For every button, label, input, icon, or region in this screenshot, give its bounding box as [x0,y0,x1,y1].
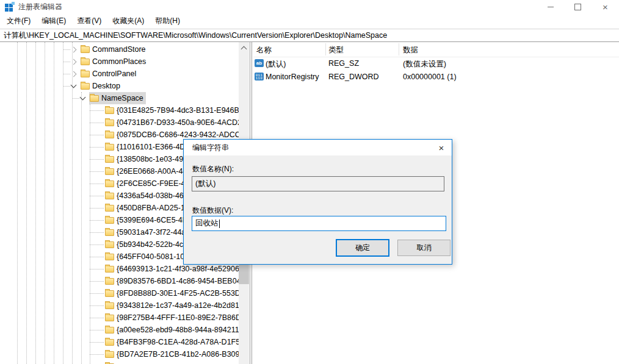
tree-item[interactable]: {4336a54d-038b-46 [104,190,186,202]
tree-item[interactable]: {BD7A2E7B-21CB-41b2-A086-B3096 [104,348,239,360]
value-row[interactable]: ab(默认)REG_SZ(数值未设置) [253,57,619,70]
edit-string-dialog: 编辑字符串 × 数值名称(N): (默认) 数值数据(V): 回收站 确定 取消 [183,139,452,265]
tree-connector [90,184,104,184]
column-header-type[interactable]: 类型 [328,45,344,55]
tree-item[interactable]: {5b934b42-522b-4c [104,238,186,251]
tree-row: CommonPlaces [0,55,239,68]
tree-item-label: {138508bc-1e03-49e [117,155,187,163]
tree-item[interactable]: {645FF040-5081-101 [104,251,191,263]
tree-row: NameSpace [0,92,239,104]
menu-bar: 文件(F)编辑(E)查看(V)收藏夹(A)帮助(H) [0,13,619,29]
window-titlebar: 注册表编辑器 × [0,0,619,13]
close-button[interactable]: × [592,0,619,13]
tree-item[interactable]: {59031a47-3f72-44a [104,226,188,238]
folder-icon [105,217,114,224]
dialog-titlebar[interactable]: 编辑字符串 × [184,140,452,155]
maximize-button[interactable] [564,0,592,13]
menu-item-favorites[interactable]: 收藏夹(A) [107,13,150,29]
tree-item-label: CommandStore [92,45,146,54]
tree-item[interactable]: {8FD8B88D-30E1-4F25-AC2B-553D3 [104,287,239,299]
column-separator[interactable] [399,43,399,55]
menu-item-help[interactable]: 帮助(H) [150,13,186,29]
chevron-down-icon[interactable] [80,95,86,101]
tree-item[interactable]: {64693913-1c21-4f30-a98f-4e52906 [104,263,239,275]
tree-item[interactable]: {9343812e-1c37-4a49-a12e-4b2d81 [104,299,239,312]
tree-connector [90,257,104,257]
tree-item[interactable]: {11016101-E366-4D2 [104,141,192,153]
menu-item-edit[interactable]: 编辑(E) [36,13,71,29]
address-input[interactable] [0,31,619,40]
window-title: 注册表编辑器 [18,2,62,12]
menu-item-file[interactable]: 文件(F) [1,13,36,29]
tree-item[interactable]: Desktop [80,80,123,92]
tree-item[interactable]: {450D8FBA-AD25-11 [104,202,191,214]
tree-connector [90,330,104,330]
value-row[interactable]: 011110MonitorRegistryREG_DWORD0x00000001… [253,70,619,84]
tree-connector [90,305,104,306]
chevron-right-icon[interactable] [71,47,77,53]
tree-row: {04731B67-D933-450a-90E6-4ACD2 [0,116,239,129]
value-name-input[interactable]: (默认) [192,176,444,191]
tree-connector [90,293,104,294]
tree-item[interactable]: {138508bc-1e03-49e [104,153,190,165]
tree-item[interactable]: {98F275B4-4FFF-11E0-89E2-7B86DF [104,312,239,324]
tree-item-label: {11016101-E366-4D2 [117,143,189,151]
scroll-up-icon[interactable] [241,46,247,52]
tree-item-label: {031E4825-7B94-4dc3-B131-E946B4 [117,106,239,115]
tree-row: {B4FB3F98-C1EA-428d-A78A-D1F56 [0,336,239,348]
dialog-close-button[interactable]: × [431,140,452,155]
column-header-data[interactable]: 数据 [403,45,418,55]
tree-item-label: {4336a54d-038b-46 [117,191,184,200]
folder-icon [81,46,90,53]
minimize-button[interactable] [537,0,564,13]
tree-row: {98F275B4-4FFF-11E0-89E2-7B86DF [0,312,239,324]
tree-item[interactable]: {89D83576-6BD1-4c86-9454-BEB04 [104,275,239,287]
chevron-right-icon[interactable] [71,59,77,65]
cancel-button[interactable]: 取消 [397,240,451,256]
tree-connector [90,171,104,172]
value-type: REG_DWORD [328,73,379,81]
folder-icon [105,205,114,212]
folder-icon [105,120,114,126]
tree-connector [90,208,104,209]
folder-icon [105,290,114,297]
tree-connector [90,232,104,233]
tree-item[interactable]: ControlPanel [80,68,139,80]
tree-item[interactable]: {26EE0668-A00A-44 [104,165,189,177]
tree-item-label: {04731B67-D933-450a-90E6-4ACD2 [117,118,239,127]
tree-item[interactable] [104,360,117,364]
value-name: (默认) [266,59,286,70]
ok-button[interactable]: 确定 [336,239,389,257]
tree-item[interactable]: {031E4825-7B94-4dc3-B131-E946B4 [104,104,239,116]
chevron-right-icon[interactable] [71,71,77,77]
tree-item-label: CommonPlaces [92,57,146,66]
tree-item[interactable]: {B4FB3F98-C1EA-428d-A78A-D1F56 [104,336,239,348]
value-data-label: 数值数据(V): [192,205,233,216]
tree-item[interactable]: {5399E694-6CE5-4D [104,214,190,226]
tree-item-label: Desktop [92,82,120,90]
tree-item[interactable]: {a00ee528-ebd9-48b8-944a-894211 [104,324,239,336]
value-data-input[interactable]: 回收站 [192,216,446,231]
tree-connector [63,62,70,62]
tree-item[interactable]: NameSpace [89,92,146,104]
tree-row: {a00ee528-ebd9-48b8-944a-894211 [0,324,239,336]
value-data-text: 回收站 [195,218,219,229]
folder-icon [105,241,114,248]
tree-connector [63,86,70,87]
column-header-name[interactable]: 名称 [256,45,272,55]
tree-item[interactable]: CommandStore [80,43,148,55]
tree-connector [90,147,104,148]
value-name-text: (默认) [195,179,215,189]
tree-item-label: {9343812e-1c37-4a49-a12e-4b2d81 [117,301,239,310]
menu-item-view[interactable]: 查看(V) [71,13,107,29]
tree-item[interactable]: CommonPlaces [80,55,148,68]
column-separator[interactable] [325,43,326,55]
value-type: REG_SZ [328,59,359,68]
chevron-down-icon[interactable] [71,82,77,88]
folder-icon [81,71,90,77]
tree-connector [90,123,104,123]
tree-item[interactable]: {04731B67-D933-450a-90E6-4ACD2 [104,116,239,129]
tree-item-label: {59031a47-3f72-44a [117,228,186,237]
dword-value-icon: 011110 [255,73,264,80]
folder-icon [105,193,114,199]
